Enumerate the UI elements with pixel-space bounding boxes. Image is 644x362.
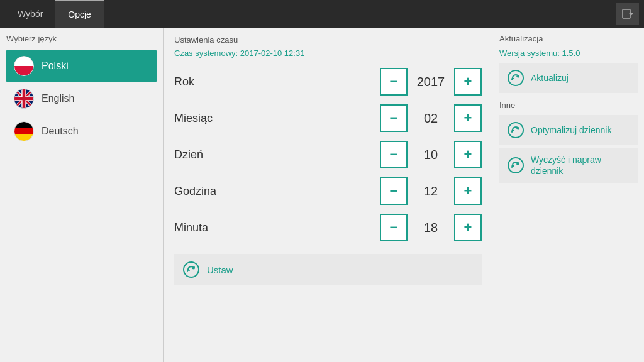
dzien-minus-button[interactable]: −	[380, 141, 408, 168]
tab-opcje[interactable]: Opcje	[55, 0, 104, 28]
lang-label-pl: Polski	[42, 60, 69, 72]
update-button[interactable]: Aktualizuj	[499, 63, 638, 93]
time-controls-godzina: − 12 +	[380, 177, 482, 205]
repair-button-label: Wyczyść i napraw dziennik	[531, 154, 630, 177]
flag-pl-icon	[14, 56, 34, 76]
minuta-plus-button[interactable]: +	[454, 214, 482, 241]
exit-icon	[621, 8, 634, 20]
time-label-godzina: Godzina	[174, 185, 250, 198]
miesiac-minus-button[interactable]: −	[380, 104, 408, 132]
minuta-minus-button[interactable]: −	[380, 214, 408, 241]
right-panel: Aktualizacja Wersja systemu: 1.5.0 Aktua…	[493, 28, 644, 362]
time-row-dzien: Dzień − 10 +	[174, 141, 482, 168]
repair-refresh-icon	[507, 156, 525, 174]
other-section-title: Inne	[499, 101, 638, 110]
ustaw-refresh-icon	[182, 261, 200, 278]
time-label-rok: Rok	[174, 75, 250, 89]
rok-minus-button[interactable]: −	[380, 68, 408, 96]
lang-panel-title: Wybierz język	[6, 34, 157, 43]
lang-item-pl[interactable]: Polski	[6, 50, 157, 82]
version-label: Wersja systemu: 1.5.0	[499, 48, 638, 58]
time-panel: Ustawienia czasu Czas systemowy: 2017-02…	[164, 28, 492, 362]
set-button[interactable]: Ustaw	[174, 254, 482, 285]
lang-item-en[interactable]: English	[6, 82, 157, 115]
time-label-miesiac: Miesiąc	[174, 112, 250, 125]
optimize-button[interactable]: Optymalizuj dziennik	[499, 115, 638, 145]
system-time-label: Czas systemowy: 2017-02-10 12:31	[174, 48, 482, 58]
update-section-title: Aktualizacja	[499, 34, 638, 43]
time-controls-dzien: − 10 +	[380, 141, 482, 168]
svg-rect-0	[623, 9, 630, 18]
godzina-value: 12	[415, 184, 447, 199]
language-panel: Wybierz język Polski English Deutsch	[0, 28, 164, 362]
time-controls-rok: − 2017 +	[380, 68, 482, 96]
time-row-minuta: Minuta − 18 +	[174, 214, 482, 241]
lang-label-de: Deutsch	[42, 126, 79, 137]
repair-icon	[507, 156, 525, 174]
time-row-godzina: Godzina − 12 +	[174, 177, 482, 205]
time-row-miesiac: Miesiąc − 02 +	[174, 104, 482, 132]
set-button-icon	[182, 260, 201, 279]
optimize-button-label: Optymalizuj dziennik	[531, 124, 611, 136]
time-controls-miesiac: − 02 +	[380, 104, 482, 132]
set-button-label: Ustaw	[207, 265, 233, 275]
update-refresh-icon	[507, 69, 525, 87]
miesiac-plus-button[interactable]: +	[454, 104, 482, 132]
svg-point-2	[184, 262, 199, 277]
tab-wybor[interactable]: Wybór	[5, 0, 55, 28]
update-section: Aktualizacja Wersja systemu: 1.5.0 Aktua…	[499, 34, 638, 93]
update-button-label: Aktualizuj	[531, 72, 569, 84]
miesiac-value: 02	[415, 111, 447, 126]
svg-point-3	[508, 70, 523, 85]
svg-point-5	[508, 158, 523, 173]
rok-plus-button[interactable]: +	[454, 68, 482, 96]
update-icon	[507, 69, 525, 87]
svg-point-4	[508, 123, 523, 138]
time-controls-minuta: − 18 +	[380, 214, 482, 241]
time-row-rok: Rok − 2017 +	[174, 68, 482, 96]
dzien-plus-button[interactable]: +	[454, 141, 482, 168]
minuta-value: 18	[415, 221, 447, 235]
time-label-minuta: Minuta	[174, 221, 250, 234]
dzien-value: 10	[415, 148, 447, 162]
time-panel-title: Ustawienia czasu	[174, 35, 482, 45]
top-bar: Wybór Opcje	[0, 0, 644, 28]
main-content: Wybierz język Polski English Deutsch	[0, 28, 644, 362]
godzina-minus-button[interactable]: −	[380, 177, 408, 205]
optimize-refresh-icon	[507, 121, 525, 139]
exit-button[interactable]	[616, 3, 639, 25]
flag-en-icon	[14, 89, 34, 109]
lang-label-en: English	[42, 93, 74, 104]
uk-flag-svg	[14, 89, 33, 109]
time-label-dzien: Dzień	[174, 148, 250, 162]
lang-item-de[interactable]: Deutsch	[6, 115, 157, 148]
godzina-plus-button[interactable]: +	[454, 177, 482, 205]
optimize-icon	[507, 121, 525, 139]
repair-button[interactable]: Wyczyść i napraw dziennik	[499, 148, 638, 183]
rok-value: 2017	[415, 75, 447, 89]
other-section: Inne Optymalizuj dziennik	[499, 101, 638, 183]
flag-de-icon	[14, 121, 34, 141]
